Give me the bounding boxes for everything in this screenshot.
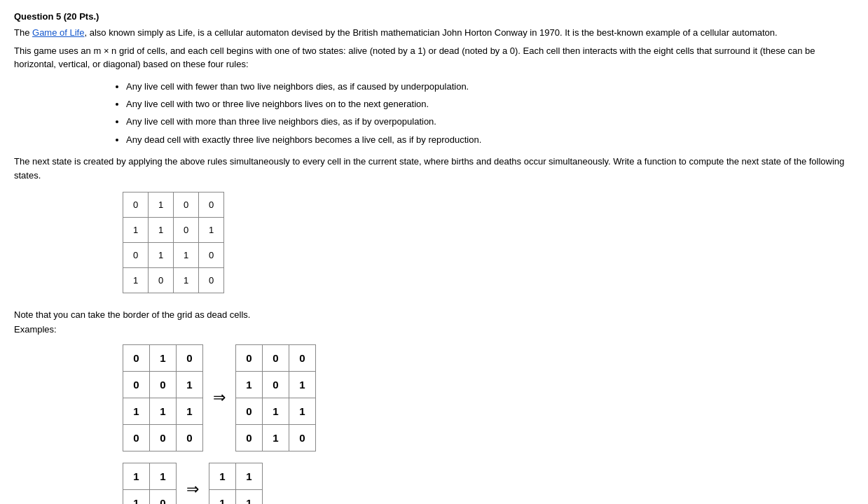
grid-cell: 0	[123, 192, 149, 218]
grid-cell: 1	[149, 192, 174, 218]
grid-cell: 1	[236, 463, 263, 489]
grid-cell: 1	[123, 489, 150, 504]
grid-cell: 0	[150, 489, 177, 504]
grid-cell: 0	[177, 424, 203, 451]
grid-cell: 0	[174, 192, 199, 218]
grid-cell: 1	[289, 398, 316, 424]
grid-cell: 1	[150, 344, 177, 371]
examples-label: Examples:	[14, 324, 57, 335]
grid-cell: 1	[123, 268, 149, 293]
grid-cell: 1	[123, 463, 150, 489]
grid-cell: 1	[289, 371, 316, 398]
grid-cell: 0	[150, 371, 177, 398]
rule-2: Any live cell with two or three live nei…	[126, 96, 854, 112]
grid-cell: 1	[174, 268, 199, 293]
grid-cell: 1	[209, 489, 236, 504]
grid-cell: 1	[149, 218, 174, 243]
examples-section: 010001111000 ⇒ 000101011010 1110 ⇒ 1111	[14, 344, 854, 504]
grid-cell: 0	[199, 192, 224, 218]
grid-cell: 0	[150, 424, 177, 451]
example1-row: 010001111000 ⇒ 000101011010	[123, 344, 854, 451]
note-section: Note that you can take the border of the…	[14, 308, 854, 337]
grid-cell: 1	[123, 398, 150, 424]
rule-4: Any dead cell with exactly three live ne…	[126, 132, 854, 148]
grid-cell: 1	[263, 398, 289, 424]
grid-cell: 0	[236, 424, 263, 451]
main-grid: 0100110101101010	[123, 192, 224, 293]
rules-list: Any live cell with fewer than two live n…	[126, 78, 854, 148]
example2-output-grid: 1111	[209, 463, 263, 504]
grid-cell: 1	[209, 463, 236, 489]
description-intro: The Game of Life, also known simply as L…	[14, 26, 854, 40]
grid-cell: 1	[236, 371, 263, 398]
grid-cell: 0	[236, 398, 263, 424]
grid-cell: 0	[263, 371, 289, 398]
grid-cell: 1	[150, 398, 177, 424]
grid-cell: 1	[177, 371, 203, 398]
grid-cell: 1	[123, 218, 149, 243]
grid-cell: 0	[289, 344, 316, 371]
grid-cell: 1	[177, 398, 203, 424]
arrow-icon-1: ⇒	[213, 388, 226, 407]
rule-1: Any live cell with fewer than two live n…	[126, 78, 854, 94]
grid-cell: 0	[177, 344, 203, 371]
example2-input-grid: 1110	[123, 463, 177, 504]
example2-row: 1110 ⇒ 1111	[123, 463, 854, 504]
grid-cell: 0	[123, 344, 150, 371]
rule-3: Any live cell with more than three live …	[126, 113, 854, 130]
grid-cell: 1	[236, 489, 263, 504]
grid-cell: 0	[123, 424, 150, 451]
question-title: Question 5 (20 Pts.)	[14, 11, 854, 22]
grid-cell: 0	[123, 371, 150, 398]
grid-cell: 0	[174, 218, 199, 243]
example1-input-grid: 010001111000	[123, 344, 203, 451]
grid-cell: 0	[123, 243, 149, 268]
grid-cell: 0	[236, 344, 263, 371]
example1-output-grid: 000101011010	[235, 344, 316, 451]
description-grid: This game uses an m × n grid of cells, a…	[14, 44, 854, 71]
grid-cell: 1	[174, 243, 199, 268]
grid-cell: 0	[149, 268, 174, 293]
grid-cell: 0	[289, 424, 316, 451]
arrow-icon-2: ⇒	[186, 480, 199, 498]
grid-cell: 1	[149, 243, 174, 268]
grid-cell: 1	[150, 463, 177, 489]
grid-cell: 0	[199, 268, 224, 293]
grid-cell: 0	[199, 243, 224, 268]
grid-cell: 0	[263, 344, 289, 371]
grid-cell: 1	[199, 218, 224, 243]
main-grid-container: 0100110101101010	[123, 192, 224, 293]
game-of-life-link[interactable]: Game of Life	[32, 27, 84, 38]
next-state-description: The next state is created by applying th…	[14, 155, 854, 182]
grid-cell: 1	[263, 424, 289, 451]
note-text: Note that you can take the border of the…	[14, 309, 251, 320]
